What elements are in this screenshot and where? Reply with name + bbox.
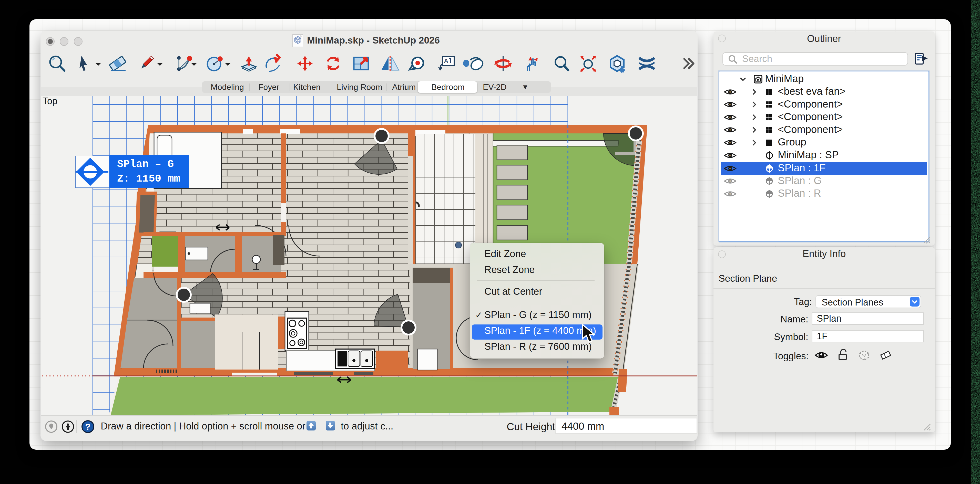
svg-text:?: ? xyxy=(85,422,91,432)
svg-text:Al: Al xyxy=(444,57,453,65)
